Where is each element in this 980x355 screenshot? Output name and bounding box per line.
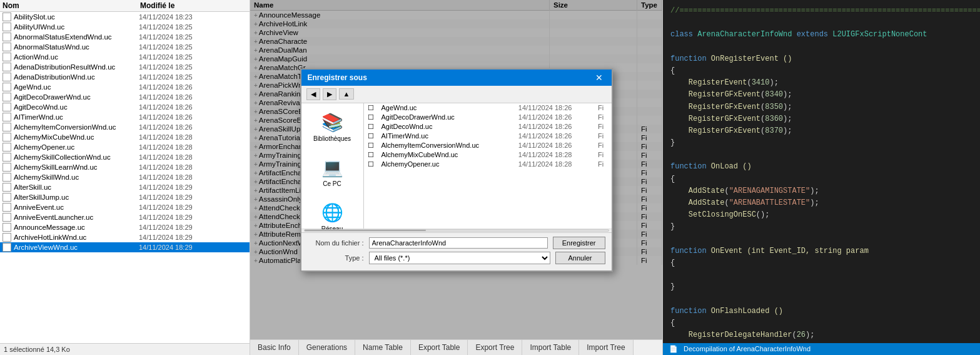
file-item[interactable]: AdenaDistributionWnd.uc 14/11/2024 18:25 — [0, 72, 250, 82]
file-icon — [3, 23, 11, 31]
filename-input[interactable] — [369, 237, 548, 249]
file-item[interactable]: AlterSkillJump.uc 14/11/2024 18:29 — [0, 192, 250, 202]
cancel-button[interactable]: Annuler — [555, 252, 605, 264]
dialog-sidebar-item[interactable]: 📚 Bibliothèques — [307, 110, 357, 145]
dialog-file-item[interactable]: ☐ AlchemyMixCubeWnd.uc 14/11/2024 18:28 … — [364, 150, 612, 160]
dialog-file-name: AgitDecoWnd.uc — [378, 122, 515, 131]
file-item[interactable]: AlchemySkillWnd.uc 14/11/2024 18:28 — [0, 172, 250, 182]
tab-import-tree[interactable]: Import Tree — [579, 340, 633, 355]
file-icon — [3, 213, 11, 222]
file-name: AlchemyItemConversionWnd.uc — [14, 123, 139, 131]
dialog-forward-button[interactable]: ▶ — [323, 88, 336, 100]
file-item[interactable]: AbnormalStatusExtendWnd.uc 14/11/2024 18… — [0, 32, 250, 42]
file-date: 14/11/2024 18:28 — [139, 143, 193, 151]
file-item[interactable]: AbnormalStatusWnd.uc 14/11/2024 18:25 — [0, 42, 250, 52]
dialog-file-name: AgeWnd.uc — [378, 103, 515, 113]
file-name: AlchemySkillWnd.uc — [14, 173, 139, 181]
file-date: 14/11/2024 18:29 — [139, 244, 193, 251]
sidebar-icon: 🌐 — [321, 202, 343, 223]
file-item[interactable]: AbilitySlot.uc 14/11/2024 18:23 — [0, 12, 250, 22]
file-icon — [3, 243, 11, 252]
code-content: //======================================… — [663, 0, 980, 343]
file-item[interactable]: AnniveEvent.uc 14/11/2024 18:29 — [0, 202, 250, 212]
file-name: AgitDecoDrawerWnd.uc — [14, 93, 139, 101]
dialog-file-date: 14/11/2024 18:28 — [515, 150, 594, 160]
tab-export-table[interactable]: Export Table — [411, 340, 468, 355]
filetype-select[interactable]: All files (*.*) — [369, 252, 550, 264]
file-item[interactable]: AgitDecoDrawerWnd.uc 14/11/2024 18:26 — [0, 92, 250, 102]
save-button[interactable]: Enregistrer — [553, 237, 605, 249]
tab-generations[interactable]: Generations — [299, 340, 355, 355]
dialog-file-type: Fi — [594, 150, 612, 160]
file-list[interactable]: AbilitySlot.uc 14/11/2024 18:23 AbilityU… — [0, 12, 250, 343]
dialog-back-button[interactable]: ◀ — [306, 88, 320, 100]
code-line — [670, 234, 972, 245]
file-name: AlchemyMixCubeWnd.uc — [14, 133, 139, 141]
file-checkbox-cell: ☐ — [364, 103, 378, 113]
dialog-close-button[interactable]: ✕ — [593, 73, 605, 83]
dialog-file-name: AlchemyOpener.uc — [378, 160, 515, 169]
file-icon — [3, 173, 11, 182]
code-line — [670, 17, 972, 29]
dialog-file-type: Fi — [594, 113, 612, 122]
file-item[interactable]: AlterSkill.uc 14/11/2024 18:29 — [0, 182, 250, 192]
file-date: 14/11/2024 18:25 — [139, 73, 193, 81]
file-item[interactable]: AnnounceMessage.uc 14/11/2024 18:29 — [0, 222, 250, 232]
file-item[interactable]: ArchiveViewWnd.uc 14/11/2024 18:29 — [0, 242, 250, 252]
code-line-call: RegisterGFxEvent(8370); — [670, 125, 972, 137]
file-name: AgitDecoWnd.uc — [14, 103, 139, 111]
file-icon — [3, 113, 11, 121]
code-line: { — [670, 65, 972, 77]
code-line-call: RegisterDelegateHandler(26); — [670, 329, 972, 341]
file-item[interactable]: AnniveEventLauncher.uc 14/11/2024 18:29 — [0, 212, 250, 222]
file-item[interactable]: AlchemySkillLearnWnd.uc 14/11/2024 18:28 — [0, 162, 250, 172]
file-item[interactable]: AdenaDistributionResultWnd.uc 14/11/2024… — [0, 62, 250, 72]
file-name: AlchemySkillLearnWnd.uc — [14, 163, 139, 171]
file-name: AITimerWnd.uc — [14, 113, 139, 121]
file-date: 14/11/2024 18:29 — [139, 224, 193, 231]
file-date: 14/11/2024 18:29 — [139, 193, 193, 201]
code-line-call2: AddState("ARENABATTLESTATE"); — [670, 197, 972, 209]
file-item[interactable]: AlchemyOpener.uc 14/11/2024 18:28 — [0, 142, 250, 152]
code-bottom-bar: 📄 Decompilation of ArenaCharacterInfoWnd — [663, 343, 980, 355]
dialog-file-item[interactable]: ☐ AITimerWnd.uc 14/11/2024 18:26 Fi — [364, 131, 612, 141]
file-item[interactable]: AbilityUIWnd.uc 14/11/2024 18:25 — [0, 22, 250, 32]
dialog-sidebar-item[interactable]: 💻 Ce PC — [307, 155, 357, 190]
decompilation-label: 📄 Decompilation of ArenaCharacterInfoWnd — [669, 345, 811, 352]
file-name: ActionWnd.uc — [14, 53, 139, 61]
tab-name-table[interactable]: Name Table — [355, 340, 411, 355]
file-date: 14/11/2024 18:23 — [139, 13, 193, 21]
dialog-file-name: AITimerWnd.uc — [378, 131, 515, 141]
dialog-up-button[interactable]: ▲ — [339, 88, 355, 100]
file-date: 14/11/2024 18:29 — [139, 214, 193, 221]
dialog-file-item[interactable]: ☐ AlchemyItemConversionWnd.uc 14/11/2024… — [364, 141, 612, 150]
dialog-file-date: 14/11/2024 18:28 — [515, 160, 594, 169]
sidebar-icon: 📚 — [321, 112, 343, 133]
file-item[interactable]: AgitDecoWnd.uc 14/11/2024 18:26 — [0, 102, 250, 112]
tab-export-tree[interactable]: Export Tree — [468, 340, 522, 355]
file-item[interactable]: AITimerWnd.uc 14/11/2024 18:26 — [0, 112, 250, 122]
dialog-file-item[interactable]: ☐ AgitDecoDrawerWnd.uc 14/11/2024 18:26 … — [364, 113, 612, 122]
code-line — [670, 294, 972, 306]
file-item[interactable]: AlchemySkillCollectionWnd.uc 14/11/2024 … — [0, 152, 250, 162]
file-item[interactable]: ArchiveHotLinkWnd.uc 14/11/2024 18:29 — [0, 232, 250, 242]
file-item[interactable]: AgeWnd.uc 14/11/2024 18:26 — [0, 82, 250, 92]
dialog-file-item[interactable]: ☐ AlchemyOpener.uc 14/11/2024 18:28 Fi — [364, 160, 612, 169]
file-item[interactable]: AlchemyMixCubeWnd.uc 14/11/2024 18:28 — [0, 132, 250, 142]
file-item[interactable]: AlchemyItemConversionWnd.uc 14/11/2024 1… — [0, 122, 250, 132]
right-panel: //======================================… — [663, 0, 980, 355]
file-icon — [3, 93, 11, 101]
file-date: 14/11/2024 18:25 — [139, 53, 193, 61]
dialog-file-item[interactable]: ☐ AgeWnd.uc 14/11/2024 18:26 Fi — [364, 103, 612, 113]
tab-basic-info[interactable]: Basic Info — [250, 340, 299, 355]
code-line: } — [670, 221, 972, 233]
file-checkbox-cell: ☐ — [364, 131, 378, 141]
status-bar: 1 sélectionné 14,3 Ko — [0, 343, 250, 355]
file-item[interactable]: ActionWnd.uc 14/11/2024 18:25 — [0, 52, 250, 62]
code-line-call2: AddState("ARENAGAMINGSTATE"); — [670, 185, 972, 197]
dialog-file-list[interactable]: ☐ AgeWnd.uc 14/11/2024 18:26 Fi ☐ AgitDe… — [364, 103, 612, 229]
dialog-file-item[interactable]: ☐ AgitDecoWnd.uc 14/11/2024 18:26 Fi — [364, 122, 612, 131]
file-icon — [3, 143, 11, 152]
filename-row: Nom du fichier : Enregistrer — [308, 237, 605, 249]
tab-import-table[interactable]: Import Table — [522, 340, 579, 355]
